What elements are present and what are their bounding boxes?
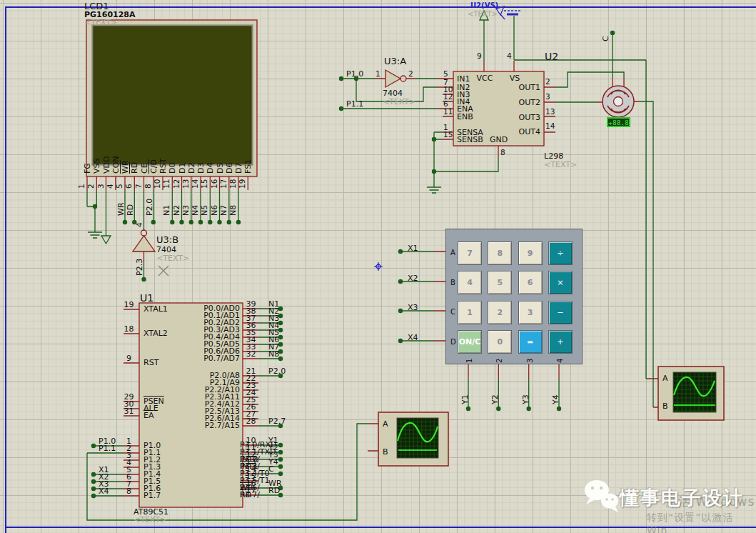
keypad-col-label: 3 [526,356,533,363]
net-label-x: X3 [408,303,422,311]
net-label-p23: P2.3 [136,259,143,276]
u3a-pin-out: 2 [408,70,413,78]
schematic-graphics [0,0,756,533]
keypad-key[interactable]: 3 [518,301,543,324]
u3a-text-placeholder: <TEXT> [383,98,415,106]
keypad-row-label: B [450,279,458,286]
net-label-x: X1 [408,244,422,251]
keypad-key[interactable]: 2 [488,301,512,324]
u1-text-placeholder: <TEXT> [133,516,166,524]
u2-gnd-pin-number: 8 [500,149,505,156]
keypad-key[interactable]: 7 [458,241,482,265]
keypad-key[interactable]: − [548,301,573,324]
net-label-p10: P1.0 [346,70,363,78]
battery-icon[interactable] [504,11,521,14]
keypad-key[interactable]: ON/C [458,330,482,354]
u3a-pin-in: 1 [376,70,380,78]
lcd-text-placeholder: <TEXT> [84,19,117,26]
calculator-keypad[interactable]: 7 8 9 ÷ 4 5 6 × 1 2 [445,229,583,364]
u2-part: L298 [544,152,563,160]
u2-text-placeholder: <TEXT> [544,161,577,169]
wechat-logo-icon [582,474,620,516]
proteus-schematic-canvas: LCD1 PG160128A <TEXT> FG 1 VSS 2 VDD 3 C… [0,0,756,533]
lcd-component[interactable] [86,20,257,176]
keypad-row-label: A [450,249,458,256]
inverter-gate-u3a[interactable] [385,70,406,87]
stepper-motor[interactable] [603,86,634,117]
keypad-key[interactable]: × [548,271,573,294]
keypad-key[interactable]: = [518,330,543,354]
net-label-rd: RD [126,204,134,216]
keypad-row-label: D [450,338,458,345]
keypad-key[interactable]: + [548,330,573,354]
net-label-x: X2 [408,274,422,282]
u2-power-label: U2(VS) [470,2,498,9]
u3b-pin-number: 4 [136,222,143,227]
keypad-key[interactable]: 6 [518,271,543,294]
net-label-p20: P2.0 [146,199,153,216]
u3b-ref: U3:B [156,235,178,244]
scope-left-channel-a: A [383,420,388,428]
net-label-wr: WR [117,202,125,216]
keypad-row-label: C [450,308,458,315]
keypad-col-label: 2 [495,356,503,363]
origin-marker-icon [374,262,383,271]
ground-terminal-icon [101,236,111,244]
keypad-key[interactable]: ÷ [548,241,573,265]
keypad-col-label: 1 [465,356,473,363]
keypad-key[interactable]: 9 [518,241,543,265]
scope-right-channel-a: A [662,374,668,382]
net-label-x: X4 [408,333,422,341]
u3a-ref: U3:A [384,56,406,66]
keypad-key[interactable]: 1 [458,301,482,324]
scope-widget-left[interactable] [378,412,448,466]
u2-power-text: <TEXT> [468,11,498,18]
motor-speed-display: +88.8 [607,117,630,127]
windows-activation-line2: 转到“设置”以激活 Win [647,512,756,533]
u3b-text-placeholder: <TEXT> [156,254,189,262]
u2-gnd-pin-name: GND [490,136,508,144]
brand-watermark: 懂事电子设计 [620,485,744,511]
keypad-key[interactable]: 8 [488,241,512,265]
no-connect-x-icon [158,266,168,276]
scope-right-channel-b: B [662,402,668,410]
u1-ref: U1 [140,293,153,303]
keypad-key[interactable]: 4 [458,271,482,294]
keypad-key[interactable]: 5 [488,271,512,294]
u2-ref: U2 [545,51,558,61]
keypad-col-label: 4 [556,356,563,363]
net-label-c: C [602,36,610,41]
keypad-key[interactable]: 0 [488,330,512,354]
u3b-part: 7404 [156,246,176,254]
scope-left-channel-b: B [383,448,388,456]
net-label-p11: P1.1 [346,100,363,108]
u3a-part: 7404 [383,89,403,97]
